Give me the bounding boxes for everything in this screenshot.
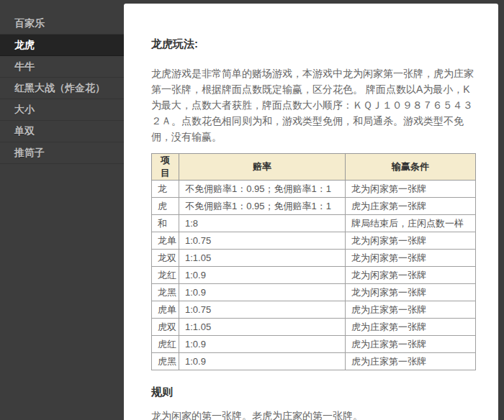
rules-section: 龙为闲家的第一张牌。老虎为庄家的第一张牌。牌面点数从小到大为A、2、3、4、5、…	[151, 408, 475, 420]
rule-paragraph: 龙为闲家的第一张牌。老虎为庄家的第一张牌。	[151, 408, 475, 420]
sidebar-item-4[interactable]: 大小	[0, 99, 124, 121]
odds-table-body: 龙不免佣赔率1：0.95；免佣赔率1：1龙为闲家第一张牌虎不免佣赔率1：0.95…	[152, 181, 476, 370]
table-cell: 虎为庄家第一张牌	[346, 198, 476, 215]
table-cell: 1:8	[179, 215, 346, 232]
table-cell: 龙黑	[152, 284, 179, 301]
table-cell: 虎为庄家第一张牌	[346, 353, 476, 370]
table-row: 虎不免佣赔率1：0.95；免佣赔率1：1虎为庄家第一张牌	[152, 198, 476, 215]
table-cell: 虎为庄家第一张牌	[346, 301, 476, 319]
intro-paragraph: 龙虎游戏是非常简单的赌场游戏，本游戏中龙为闲家第一张牌，虎为庄家第一张牌，根据牌…	[151, 65, 477, 145]
table-cell: 1:0.9	[179, 284, 346, 301]
table-cell: 1:0.9	[179, 267, 346, 284]
page-title: 龙虎玩法:	[151, 37, 475, 51]
table-row: 龙不免佣赔率1：0.95；免佣赔率1：1龙为闲家第一张牌	[152, 181, 476, 198]
column-header: 项目	[152, 154, 179, 181]
table-cell: 虎黑	[152, 353, 179, 370]
table-cell: 虎为庄家第一张牌	[346, 336, 476, 353]
table-cell: 龙为闲家第一张牌	[346, 267, 476, 284]
table-cell: 龙单	[152, 232, 179, 250]
table-cell: 虎单	[152, 301, 179, 319]
content-panel: 龙虎玩法: 龙虎游戏是非常简单的赌场游戏，本游戏中龙为闲家第一张牌，虎为庄家第一…	[124, 4, 498, 420]
table-cell: 虎双	[152, 319, 179, 336]
sidebar-item-1[interactable]: 龙虎	[0, 35, 124, 56]
sidebar-item-2[interactable]: 牛牛	[0, 56, 124, 78]
table-cell: 1:1.05	[179, 250, 346, 267]
table-row: 虎黑1:0.9虎为庄家第一张牌	[152, 353, 476, 370]
table-cell: 龙双	[152, 250, 179, 267]
sidebar-item-5[interactable]: 单双	[0, 121, 124, 142]
sidebar-item-6[interactable]: 推筒子	[0, 142, 124, 164]
rules-title: 规则	[151, 385, 475, 399]
table-row: 龙红1:0.9龙为闲家第一张牌	[152, 267, 476, 284]
column-header: 输赢条件	[346, 154, 476, 181]
table-cell: 1:0.75	[179, 232, 346, 250]
table-cell: 不免佣赔率1：0.95；免佣赔率1：1	[179, 181, 346, 198]
table-cell: 不免佣赔率1：0.95；免佣赔率1：1	[179, 198, 346, 215]
table-cell: 龙红	[152, 267, 179, 284]
sidebar-item-0[interactable]: 百家乐	[0, 13, 124, 35]
table-cell: 和	[152, 215, 179, 232]
table-cell: 龙为闲家第一张牌	[346, 181, 476, 198]
table-cell: 龙	[152, 181, 179, 198]
table-cell: 虎红	[152, 336, 179, 353]
table-row: 龙单1:0.75龙为闲家第一张牌	[152, 232, 476, 250]
table-row: 和1:8牌局结束后，庄闲点数一样	[152, 215, 476, 232]
table-cell: 虎	[152, 198, 179, 215]
table-cell: 1:0.75	[179, 301, 346, 319]
sidebar-item-3[interactable]: 红黑大战（炸金花）	[0, 78, 124, 99]
table-cell: 龙为闲家第一张牌	[346, 232, 476, 250]
table-row: 虎双1:1.05虎为庄家第一张牌	[152, 319, 476, 336]
table-row: 虎单1:0.75虎为庄家第一张牌	[152, 301, 476, 319]
sidebar: 百家乐龙虎牛牛红黑大战（炸金花）大小单双推筒子	[0, 0, 124, 420]
table-cell: 1:0.9	[179, 336, 346, 353]
odds-table: 项目赔率输赢条件 龙不免佣赔率1：0.95；免佣赔率1：1龙为闲家第一张牌虎不免…	[151, 153, 476, 370]
table-cell: 龙为闲家第一张牌	[346, 284, 476, 301]
table-cell: 虎为庄家第一张牌	[346, 319, 476, 336]
table-row: 虎红1:0.9虎为庄家第一张牌	[152, 336, 476, 353]
column-header: 赔率	[179, 154, 346, 181]
odds-table-header-row: 项目赔率输赢条件	[152, 154, 476, 181]
table-cell: 龙为闲家第一张牌	[346, 250, 476, 267]
table-cell: 1:0.9	[179, 353, 346, 370]
table-cell: 1:1.05	[179, 319, 346, 336]
table-cell: 牌局结束后，庄闲点数一样	[346, 215, 476, 232]
table-row: 龙双1:1.05龙为闲家第一张牌	[152, 250, 476, 267]
table-row: 龙黑1:0.9龙为闲家第一张牌	[152, 284, 476, 301]
